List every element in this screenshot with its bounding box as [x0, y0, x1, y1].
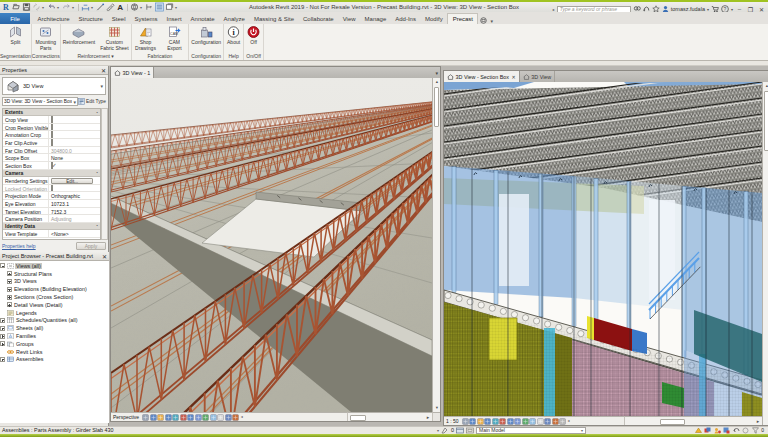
tree-item-revit-links[interactable]: Revit Links — [0, 348, 109, 356]
checkbox[interactable] — [51, 131, 53, 138]
view-control-icon-8[interactable] — [202, 414, 209, 421]
tab-steel[interactable]: Steel — [107, 13, 130, 24]
left-view-vscrollbar[interactable]: ▴ ▾ — [432, 78, 440, 412]
dropdown-icon[interactable]: ▾ — [42, 5, 46, 10]
tab-view[interactable]: View — [338, 13, 360, 24]
tab-3d-view[interactable]: 3D View — [520, 71, 555, 82]
tree-item-elevations-building-elevation-[interactable]: Elevations (Building Elevation) — [0, 285, 109, 293]
property-value[interactable] — [49, 185, 100, 192]
properties-close-icon[interactable]: ✕ — [101, 67, 106, 74]
tab-architecture[interactable]: Architecture — [33, 13, 74, 24]
view-control-icon-2[interactable] — [157, 414, 164, 421]
property-value[interactable] — [49, 131, 100, 138]
property-value[interactable]: 304800.0 — [49, 147, 100, 154]
view-control-icon-4[interactable] — [172, 414, 179, 421]
type-selector-dropdown-icon[interactable]: ▾ — [100, 83, 103, 89]
view-control-icon-6[interactable] — [187, 414, 194, 421]
view-control-icon-5[interactable] — [180, 414, 187, 421]
type-selector[interactable]: 3D View ▾ — [2, 77, 106, 95]
tree-item-groups[interactable]: Groups — [0, 340, 109, 348]
tree-item-3d-views[interactable]: 3D Views — [0, 278, 109, 286]
view-control-icon-6[interactable] — [507, 418, 514, 425]
checkbox[interactable] — [51, 162, 53, 169]
ribbon-minimize-toggle[interactable]: ▾ — [480, 17, 493, 24]
dropdown-icon[interactable]: ▾ — [140, 5, 144, 10]
instance-selector[interactable]: 3D View: 3D View - Section Box ▾ — [2, 97, 78, 106]
button-off[interactable]: Off — [244, 25, 263, 45]
expand-icon[interactable] — [7, 287, 12, 292]
tree-item-families[interactable]: Families — [0, 332, 109, 340]
view-control-icon-12[interactable] — [552, 418, 559, 425]
button-custom-fabric-sheet[interactable]: Custom Fabric Sheet — [98, 25, 130, 51]
expand-icon[interactable] — [7, 271, 12, 276]
view-control-icon-7[interactable] — [195, 414, 202, 421]
property-value[interactable]: 10723.1 — [49, 200, 100, 207]
sync-icon[interactable] — [32, 3, 41, 11]
expand-icon[interactable] — [0, 341, 5, 346]
view-control-icon-3[interactable] — [484, 418, 491, 425]
button-configuration[interactable]: Configuration — [189, 25, 223, 45]
view-control-icon-9[interactable] — [210, 414, 217, 421]
status-dropdown-icon[interactable]: ▾ — [437, 428, 439, 433]
apply-button[interactable]: Apply — [76, 242, 106, 250]
tree-item-assemblies[interactable]: Assemblies — [0, 356, 109, 364]
button-shop-drawings[interactable]: Shop Drawings — [132, 25, 160, 51]
view-control-icon-5[interactable] — [499, 418, 506, 425]
view-control-icon-7[interactable] — [514, 418, 521, 425]
tree-item-legends[interactable]: Legends — [0, 309, 109, 317]
property-value[interactable] — [49, 162, 100, 169]
tab-annotate[interactable]: Annotate — [186, 13, 219, 24]
expand-icon[interactable] — [0, 334, 5, 339]
property-value[interactable]: 7152.3 — [49, 208, 100, 215]
collapse-icon[interactable] — [0, 263, 5, 268]
qat-menu-icon[interactable]: ▾ — [180, 3, 189, 11]
tab-structure[interactable]: Structure — [74, 13, 107, 24]
model-line-icon[interactable] — [96, 3, 105, 11]
expand-icon[interactable] — [0, 357, 5, 362]
button-reinforcement[interactable]: Reinforcement — [61, 25, 98, 45]
redo-icon[interactable] — [62, 3, 71, 11]
bar-collapse-icon[interactable]: ◂ — [568, 418, 570, 425]
property-value[interactable] — [49, 124, 100, 131]
dimension-icon[interactable] — [81, 3, 90, 11]
view-control-icon-1[interactable] — [150, 414, 157, 421]
button-mounting-parts[interactable]: Mounting Parts — [32, 25, 60, 51]
text-icon[interactable]: A — [116, 3, 125, 11]
expand-icon[interactable] — [7, 295, 12, 300]
property-group-identity-data[interactable]: Identity Data▪ — [3, 223, 100, 230]
revit-logo-icon[interactable]: R — [2, 3, 11, 11]
view-control-icon-2[interactable] — [477, 418, 484, 425]
property-value[interactable] — [49, 139, 100, 146]
tree-item-structural-plans[interactable]: Structural Plans — [0, 270, 109, 278]
undo-icon[interactable] — [47, 3, 56, 11]
tab-close-icon[interactable]: ✕ — [512, 74, 516, 80]
view-control-icon-0[interactable] — [142, 414, 149, 421]
dropdown-icon[interactable]: ▾ — [57, 5, 61, 10]
properties-scrollbar[interactable] — [101, 108, 108, 240]
property-value[interactable]: Adjusting — [49, 215, 100, 222]
edit-type-button[interactable]: Edit Type — [78, 97, 106, 106]
open-icon[interactable] — [12, 3, 21, 11]
perspective-3d-view[interactable] — [111, 78, 432, 412]
view-control-icon-0[interactable] — [462, 418, 469, 425]
measure-icon[interactable] — [106, 3, 115, 11]
tab-modify[interactable]: Modify — [420, 13, 447, 24]
expand-icon[interactable] — [7, 279, 12, 284]
view-control-icon-13[interactable] — [559, 418, 566, 425]
tab-add-ins[interactable]: Add-Ins — [391, 13, 421, 24]
view-control-icon-10[interactable] — [537, 418, 544, 425]
button-cam-export[interactable]: CAMCAM Export — [160, 25, 188, 51]
project-browser-close-icon[interactable]: ✕ — [102, 253, 107, 260]
property-value[interactable]: Edit... — [49, 177, 100, 184]
expand-icon[interactable] — [0, 318, 5, 323]
tab-precast[interactable]: Precast — [447, 13, 478, 24]
checkbox[interactable] — [51, 116, 53, 123]
dropdown-icon[interactable]: ▾ — [72, 5, 76, 10]
view-control-icon-4[interactable] — [492, 418, 499, 425]
view-control-icon-11[interactable] — [544, 418, 551, 425]
button-about[interactable]: iAbout — [224, 25, 243, 45]
property-value[interactable] — [49, 116, 100, 123]
checkbox[interactable] — [51, 185, 53, 192]
tab-file[interactable]: File — [0, 13, 30, 24]
tree-item-sheets-all-[interactable]: Sheets (all) — [0, 324, 109, 332]
